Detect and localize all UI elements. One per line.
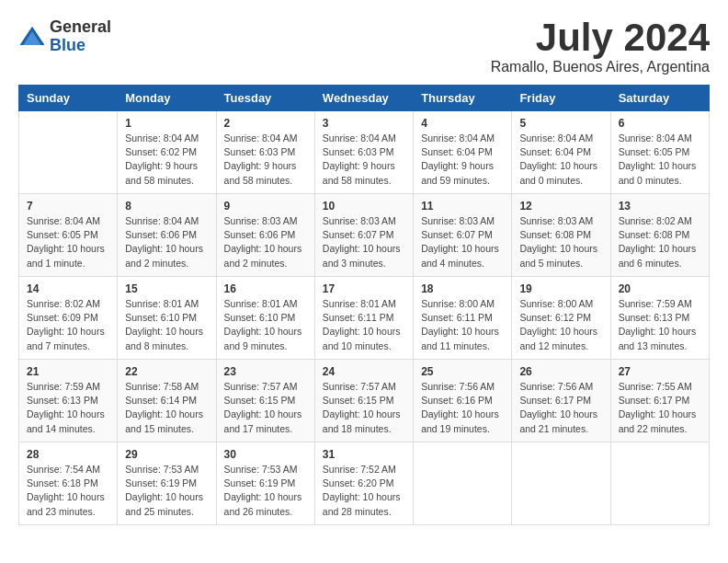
day-info: Sunrise: 8:03 AMSunset: 6:07 PMDaylight:… xyxy=(323,214,405,270)
day-number: 29 xyxy=(125,448,208,461)
calendar-cell: 1Sunrise: 8:04 AMSunset: 6:02 PMDaylight… xyxy=(118,111,216,194)
day-number: 2 xyxy=(224,117,307,130)
day-number: 7 xyxy=(27,200,109,213)
logo-blue-text: Blue xyxy=(50,37,111,55)
day-info: Sunrise: 8:04 AMSunset: 6:03 PMDaylight:… xyxy=(323,132,405,188)
calendar-cell: 10Sunrise: 8:03 AMSunset: 6:07 PMDayligh… xyxy=(314,194,413,277)
day-number: 1 xyxy=(125,117,208,130)
day-number: 26 xyxy=(519,365,602,378)
day-info: Sunrise: 8:04 AMSunset: 6:04 PMDaylight:… xyxy=(519,132,602,188)
day-info: Sunrise: 8:03 AMSunset: 6:06 PMDaylight:… xyxy=(224,214,307,270)
calendar-cell: 23Sunrise: 7:57 AMSunset: 6:15 PMDayligh… xyxy=(216,360,314,442)
calendar-cell: 27Sunrise: 7:55 AMSunset: 6:17 PMDayligh… xyxy=(610,360,709,442)
calendar-cell: 17Sunrise: 8:01 AMSunset: 6:11 PMDayligh… xyxy=(314,277,413,360)
calendar-cell xyxy=(610,442,709,525)
day-info: Sunrise: 8:01 AMSunset: 6:10 PMDaylight:… xyxy=(224,297,307,353)
day-number: 22 xyxy=(125,365,208,378)
day-header-thursday: Thursday xyxy=(414,86,512,111)
week-row-2: 7Sunrise: 8:04 AMSunset: 6:05 PMDaylight… xyxy=(19,194,710,277)
day-info: Sunrise: 7:57 AMSunset: 6:15 PMDaylight:… xyxy=(323,380,405,436)
day-number: 19 xyxy=(519,282,602,295)
day-header-sunday: Sunday xyxy=(19,86,118,111)
calendar-cell: 18Sunrise: 8:00 AMSunset: 6:11 PMDayligh… xyxy=(414,277,512,360)
day-header-tuesday: Tuesday xyxy=(216,86,314,111)
calendar-cell: 8Sunrise: 8:04 AMSunset: 6:06 PMDaylight… xyxy=(118,194,216,277)
calendar-cell: 9Sunrise: 8:03 AMSunset: 6:06 PMDaylight… xyxy=(216,194,314,277)
calendar-cell: 30Sunrise: 7:53 AMSunset: 6:19 PMDayligh… xyxy=(216,442,314,525)
day-header-wednesday: Wednesday xyxy=(314,86,413,111)
day-info: Sunrise: 8:00 AMSunset: 6:11 PMDaylight:… xyxy=(421,297,504,353)
day-number: 31 xyxy=(323,448,405,461)
day-number: 8 xyxy=(125,200,208,213)
day-number: 20 xyxy=(619,282,701,295)
calendar-cell: 4Sunrise: 8:04 AMSunset: 6:04 PMDaylight… xyxy=(414,111,512,194)
day-number: 17 xyxy=(323,282,405,295)
day-number: 24 xyxy=(323,365,405,378)
day-info: Sunrise: 7:54 AMSunset: 6:18 PMDaylight:… xyxy=(27,463,109,519)
day-header-saturday: Saturday xyxy=(610,86,709,111)
calendar-cell: 15Sunrise: 8:01 AMSunset: 6:10 PMDayligh… xyxy=(118,277,216,360)
day-info: Sunrise: 7:57 AMSunset: 6:15 PMDaylight:… xyxy=(224,380,307,436)
day-number: 13 xyxy=(619,200,701,213)
day-info: Sunrise: 7:53 AMSunset: 6:19 PMDaylight:… xyxy=(125,463,208,519)
logo-text: General Blue xyxy=(50,18,111,55)
calendar-cell: 7Sunrise: 8:04 AMSunset: 6:05 PMDaylight… xyxy=(19,194,118,277)
day-number: 27 xyxy=(619,365,701,378)
days-header-row: SundayMondayTuesdayWednesdayThursdayFrid… xyxy=(19,86,710,111)
calendar-cell xyxy=(19,111,118,194)
day-info: Sunrise: 8:01 AMSunset: 6:11 PMDaylight:… xyxy=(323,297,405,353)
day-number: 10 xyxy=(323,200,405,213)
day-number: 30 xyxy=(224,448,307,461)
day-number: 4 xyxy=(421,117,504,130)
calendar-cell: 22Sunrise: 7:58 AMSunset: 6:14 PMDayligh… xyxy=(118,360,216,442)
day-info: Sunrise: 7:58 AMSunset: 6:14 PMDaylight:… xyxy=(125,380,208,436)
day-info: Sunrise: 7:53 AMSunset: 6:19 PMDaylight:… xyxy=(224,463,307,519)
day-info: Sunrise: 8:00 AMSunset: 6:12 PMDaylight:… xyxy=(519,297,602,353)
day-number: 23 xyxy=(224,365,307,378)
location-title: Ramallo, Buenos Aires, Argentina xyxy=(491,59,710,75)
day-info: Sunrise: 8:03 AMSunset: 6:07 PMDaylight:… xyxy=(421,214,504,270)
calendar-cell: 28Sunrise: 7:54 AMSunset: 6:18 PMDayligh… xyxy=(19,442,118,525)
day-number: 25 xyxy=(421,365,504,378)
day-header-friday: Friday xyxy=(512,86,610,111)
day-info: Sunrise: 8:04 AMSunset: 6:02 PMDaylight:… xyxy=(125,132,208,188)
calendar-cell: 3Sunrise: 8:04 AMSunset: 6:03 PMDaylight… xyxy=(314,111,413,194)
calendar-cell: 11Sunrise: 8:03 AMSunset: 6:07 PMDayligh… xyxy=(414,194,512,277)
calendar-cell: 24Sunrise: 7:57 AMSunset: 6:15 PMDayligh… xyxy=(314,360,413,442)
calendar-table: SundayMondayTuesdayWednesdayThursdayFrid… xyxy=(18,85,710,525)
week-row-3: 14Sunrise: 8:02 AMSunset: 6:09 PMDayligh… xyxy=(19,277,710,360)
calendar-cell: 29Sunrise: 7:53 AMSunset: 6:19 PMDayligh… xyxy=(118,442,216,525)
day-header-monday: Monday xyxy=(118,86,216,111)
page-header: General Blue July 2024 Ramallo, Buenos A… xyxy=(18,18,710,75)
day-info: Sunrise: 7:56 AMSunset: 6:17 PMDaylight:… xyxy=(519,380,602,436)
day-info: Sunrise: 8:01 AMSunset: 6:10 PMDaylight:… xyxy=(125,297,208,353)
week-row-5: 28Sunrise: 7:54 AMSunset: 6:18 PMDayligh… xyxy=(19,442,710,525)
day-info: Sunrise: 8:04 AMSunset: 6:03 PMDaylight:… xyxy=(224,132,307,188)
day-number: 3 xyxy=(323,117,405,130)
day-number: 18 xyxy=(421,282,504,295)
calendar-cell: 16Sunrise: 8:01 AMSunset: 6:10 PMDayligh… xyxy=(216,277,314,360)
day-number: 14 xyxy=(27,282,109,295)
calendar-cell: 5Sunrise: 8:04 AMSunset: 6:04 PMDaylight… xyxy=(512,111,610,194)
title-area: July 2024 Ramallo, Buenos Aires, Argenti… xyxy=(491,18,710,75)
day-number: 21 xyxy=(27,365,109,378)
day-number: 12 xyxy=(519,200,602,213)
day-info: Sunrise: 7:59 AMSunset: 6:13 PMDaylight:… xyxy=(27,380,109,436)
day-info: Sunrise: 7:56 AMSunset: 6:16 PMDaylight:… xyxy=(421,380,504,436)
day-number: 11 xyxy=(421,200,504,213)
day-info: Sunrise: 8:04 AMSunset: 6:04 PMDaylight:… xyxy=(421,132,504,188)
day-info: Sunrise: 8:02 AMSunset: 6:08 PMDaylight:… xyxy=(619,214,701,270)
calendar-cell: 26Sunrise: 7:56 AMSunset: 6:17 PMDayligh… xyxy=(512,360,610,442)
day-info: Sunrise: 7:59 AMSunset: 6:13 PMDaylight:… xyxy=(619,297,701,353)
day-info: Sunrise: 8:03 AMSunset: 6:08 PMDaylight:… xyxy=(519,214,602,270)
day-number: 5 xyxy=(519,117,602,130)
day-info: Sunrise: 7:55 AMSunset: 6:17 PMDaylight:… xyxy=(619,380,701,436)
calendar-cell: 14Sunrise: 8:02 AMSunset: 6:09 PMDayligh… xyxy=(19,277,118,360)
day-info: Sunrise: 8:04 AMSunset: 6:05 PMDaylight:… xyxy=(27,214,109,270)
month-title: July 2024 xyxy=(491,18,710,57)
day-info: Sunrise: 7:52 AMSunset: 6:20 PMDaylight:… xyxy=(323,463,405,519)
logo-general-text: General xyxy=(50,18,111,37)
calendar-cell: 13Sunrise: 8:02 AMSunset: 6:08 PMDayligh… xyxy=(610,194,709,277)
calendar-cell: 25Sunrise: 7:56 AMSunset: 6:16 PMDayligh… xyxy=(414,360,512,442)
day-number: 15 xyxy=(125,282,208,295)
